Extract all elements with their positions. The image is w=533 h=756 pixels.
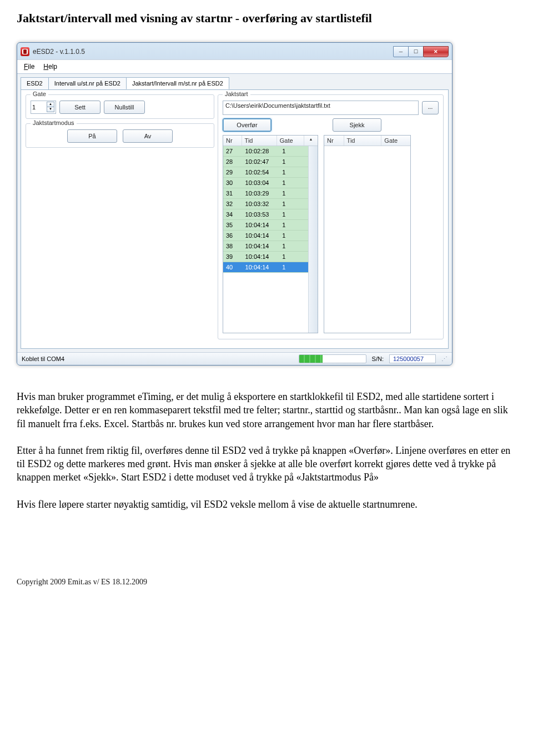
table-row[interactable]: 3910:04:141 xyxy=(223,252,308,262)
col-tid: Tid xyxy=(242,136,277,146)
table-row[interactable]: 2810:02:471 xyxy=(223,157,308,167)
sett-button[interactable]: Sett xyxy=(59,101,100,114)
cell-tid: 10:03:04 xyxy=(243,178,280,188)
cell-gate: 1 xyxy=(279,262,308,272)
gate-group: Gate 1 ▲ ▼ Sett Nullstill xyxy=(26,94,214,119)
jaktstart-legend: Jaktstart xyxy=(223,91,250,97)
cell-nr: 36 xyxy=(223,231,243,241)
tabstrip: ESD2 Intervall u/st.nr på ESD2 Jakstart/… xyxy=(21,77,449,89)
sn-label: S/N: xyxy=(372,356,384,362)
table-row[interactable]: 3010:03:041 xyxy=(223,178,308,188)
cell-gate: 1 xyxy=(279,199,308,209)
cell-tid: 10:04:14 xyxy=(243,220,280,230)
jaktstart-group: Jaktstart C:\Users\eirik\Documents\jakts… xyxy=(218,94,444,339)
cell-nr: 39 xyxy=(223,252,243,262)
paragraph-3: Hvis flere løpere starter nøyaktig samti… xyxy=(17,498,516,511)
file-path-input[interactable]: C:\Users\eirik\Documents\jaktstartfil.tx… xyxy=(223,101,419,115)
scrollbar[interactable] xyxy=(308,146,318,333)
titlebar: eESD2 - v.1.1.0.5 ─ ☐ ✕ xyxy=(17,43,452,59)
cell-gate: 1 xyxy=(279,178,308,188)
cell-nr: 38 xyxy=(223,241,243,251)
cell-nr: 35 xyxy=(223,220,243,230)
table-row[interactable]: 3210:03:321 xyxy=(223,199,308,209)
menu-help[interactable]: Help xyxy=(40,62,61,72)
table-row[interactable]: 2910:02:541 xyxy=(223,167,308,178)
connection-status: Koblet til COM4 xyxy=(22,356,64,362)
table-row[interactable]: 3110:03:291 xyxy=(223,188,308,199)
statusbar: Koblet til COM4 S/N: 125000057 ⋰ xyxy=(17,352,452,365)
nullstill-button[interactable]: Nullstill xyxy=(104,101,145,114)
window-title: eESD2 - v.1.1.0.5 xyxy=(33,48,85,56)
cell-gate: 1 xyxy=(279,231,308,241)
cell-tid: 10:04:14 xyxy=(243,252,280,262)
cell-nr: 29 xyxy=(223,167,243,177)
cell-tid: 10:02:47 xyxy=(243,157,280,167)
paragraph-2: Etter å ha funnet frem riktig fil, overf… xyxy=(17,444,516,484)
table-row[interactable]: 3610:04:141 xyxy=(223,231,308,241)
menubar: File Help xyxy=(17,59,452,74)
chevron-down-icon[interactable]: ▼ xyxy=(47,107,54,112)
paragraph-1: Hvis man bruker programmet eTiming, er d… xyxy=(17,390,516,430)
col-gate: Gate xyxy=(277,136,304,146)
cell-tid: 10:03:53 xyxy=(243,209,280,219)
transfer-grid[interactable]: Nr Tid Gate ▲ 2710:02:2812810:02:4712910… xyxy=(223,135,318,333)
cell-gate: 1 xyxy=(279,157,308,167)
cell-gate: 1 xyxy=(279,209,308,219)
app-icon xyxy=(21,47,29,56)
cell-tid: 10:02:28 xyxy=(243,146,280,156)
gate-number-input[interactable]: 1 ▲ ▼ xyxy=(31,101,56,114)
col-nr-right: Nr xyxy=(324,136,344,146)
cell-nr: 30 xyxy=(223,178,243,188)
cell-nr: 27 xyxy=(223,146,243,156)
cell-tid: 10:02:54 xyxy=(243,167,280,177)
gate-legend: Gate xyxy=(31,91,48,97)
app-window: eESD2 - v.1.1.0.5 ─ ☐ ✕ File Help ESD2 I… xyxy=(17,42,452,366)
cell-tid: 10:04:14 xyxy=(243,262,280,272)
table-row[interactable]: 4010:04:141 xyxy=(223,262,308,273)
table-row[interactable]: 3810:04:141 xyxy=(223,241,308,252)
col-gate-right: Gate xyxy=(381,136,410,146)
tab-intervall-uten[interactable]: Intervall u/st.nr på ESD2 xyxy=(48,77,127,89)
menu-file[interactable]: File xyxy=(21,62,38,72)
col-tid-right: Tid xyxy=(344,136,382,146)
grid-header: Nr Tid Gate ▲ xyxy=(223,136,318,146)
tab-panel: Gate 1 ▲ ▼ Sett Nullstill xyxy=(21,89,449,349)
check-grid[interactable]: Nr Tid Gate xyxy=(324,135,411,333)
table-row[interactable]: 3510:04:141 xyxy=(223,220,308,231)
grid-header-right: Nr Tid Gate xyxy=(324,136,410,146)
cell-nr: 32 xyxy=(223,199,243,209)
cell-nr: 31 xyxy=(223,188,243,198)
resize-grip-icon[interactable]: ⋰ xyxy=(441,356,447,363)
table-row[interactable]: 3410:03:531 xyxy=(223,209,308,220)
cell-tid: 10:04:14 xyxy=(243,241,280,251)
jaktstartmodus-legend: Jaktstartmodus xyxy=(31,119,77,126)
cell-tid: 10:03:32 xyxy=(243,199,280,209)
close-icon[interactable]: ✕ xyxy=(423,46,449,57)
maximize-icon[interactable]: ☐ xyxy=(408,46,424,57)
cell-gate: 1 xyxy=(279,188,308,198)
gate-number-value: 1 xyxy=(32,104,36,111)
footer: Copyright 2009 Emit.as v/ ES 18.12.2009 xyxy=(17,578,516,587)
scroll-up-icon[interactable]: ▲ xyxy=(304,136,318,146)
cell-gate: 1 xyxy=(279,241,308,251)
tab-esd2[interactable]: ESD2 xyxy=(21,77,49,89)
cell-gate: 1 xyxy=(279,252,308,262)
overfor-button[interactable]: Overfør xyxy=(223,118,271,132)
progress-bar xyxy=(299,354,366,363)
cell-nr: 28 xyxy=(223,157,243,167)
cell-tid: 10:03:29 xyxy=(243,188,280,198)
sjekk-button[interactable]: Sjekk xyxy=(333,118,381,132)
tab-jaktstart-intervall[interactable]: Jakstart/Intervall m/st.nr på ESD2 xyxy=(126,77,229,89)
page-title: Jaktstart/intervall med visning av start… xyxy=(17,11,516,26)
mode-on-button[interactable]: På xyxy=(67,129,117,143)
cell-gate: 1 xyxy=(279,167,308,177)
cell-tid: 10:04:14 xyxy=(243,231,280,241)
minimize-icon[interactable]: ─ xyxy=(393,46,409,57)
table-row[interactable]: 2710:02:281 xyxy=(223,146,308,157)
browse-button[interactable]: ... xyxy=(422,101,439,114)
cell-gate: 1 xyxy=(279,220,308,230)
mode-off-button[interactable]: Av xyxy=(123,129,173,143)
cell-nr: 40 xyxy=(223,262,243,272)
cell-nr: 34 xyxy=(223,209,243,219)
sn-value: 125000057 xyxy=(389,354,436,363)
